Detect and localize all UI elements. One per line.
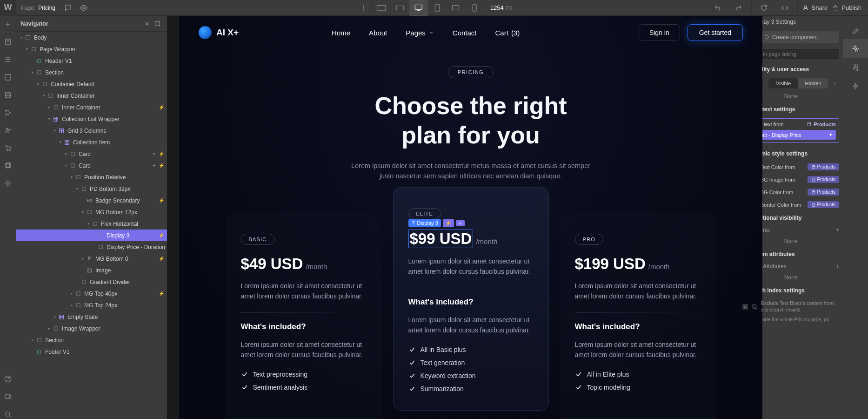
pages-icon[interactable]: [3, 37, 13, 47]
hidden-button[interactable]: Hidden: [798, 78, 828, 88]
tree-item[interactable]: Header V1: [16, 55, 167, 67]
twisty-icon[interactable]: ▾: [24, 47, 30, 51]
twisty-icon[interactable]: ▸: [69, 291, 74, 296]
twisty-icon[interactable]: ▾: [30, 70, 35, 74]
comments-icon[interactable]: [60, 0, 76, 16]
tree-item[interactable]: ▾Body: [16, 32, 167, 43]
redo-icon[interactable]: [731, 0, 747, 16]
tree-item[interactable]: ▾Flex Horizontal: [16, 218, 167, 230]
tree-item[interactable]: ▾Collection Item: [16, 136, 167, 148]
twisty-icon[interactable]: ▾: [41, 94, 47, 98]
tree-item[interactable]: ▾Card✦⚡: [16, 160, 167, 171]
settings-icon[interactable]: [3, 179, 13, 188]
interactions-tab[interactable]: [843, 76, 868, 95]
twisty-icon[interactable]: ▸: [63, 152, 69, 156]
style-tab[interactable]: [843, 20, 868, 39]
binding-badge-icon[interactable]: ⚡: [443, 219, 454, 227]
tree-item[interactable]: Image: [16, 264, 167, 276]
tree-item[interactable]: ▾Container Default: [16, 78, 167, 90]
refresh-icon[interactable]: [756, 0, 772, 16]
twisty-icon[interactable]: ▾: [63, 163, 69, 168]
add-visibility-button[interactable]: +: [831, 80, 839, 87]
tree-item[interactable]: Gradient Divider: [16, 276, 167, 288]
navigator-tree[interactable]: ▾Body▾Page WrapperHeader V1▾Section▾Cont…: [16, 32, 167, 419]
twisty-icon[interactable]: ▸: [52, 315, 58, 319]
tree-item[interactable]: Footer V1: [16, 346, 167, 358]
tree-item[interactable]: ▸PMG Bottom 0⚡: [16, 253, 167, 264]
tree-item[interactable]: Display 3⚡: [16, 230, 167, 241]
signin-button[interactable]: Sign in: [639, 24, 680, 41]
settings-badge-icon[interactable]: [456, 220, 465, 226]
webflow-logo[interactable]: W: [0, 0, 16, 16]
breakpoint-xl-button[interactable]: [372, 0, 391, 16]
nav-home[interactable]: Home: [332, 29, 350, 37]
brand[interactable]: AI X+: [199, 26, 239, 39]
tree-item[interactable]: ▾PD Bottom 32px: [16, 183, 167, 195]
close-icon[interactable]: [142, 16, 152, 32]
twisty-icon[interactable]: ▾: [69, 175, 74, 179]
breakpoint-desktop-button[interactable]: [409, 0, 428, 16]
plan-price[interactable]: $99 USD: [408, 230, 474, 248]
products-pill[interactable]: Products: [808, 201, 839, 208]
more-icon[interactable]: [356, 0, 372, 16]
tree-item[interactable]: ▾Position Relative: [16, 171, 167, 183]
pin-icon[interactable]: [152, 16, 162, 32]
canvas-frame[interactable]: AI X+ Home About Pages Contact Cart (3): [179, 16, 762, 419]
tree-item[interactable]: Display Price - Duration: [16, 241, 167, 253]
undo-icon[interactable]: [710, 0, 726, 16]
getstarted-button[interactable]: Get started: [688, 24, 743, 41]
tree-item[interactable]: ▾Grid 3 Columns: [16, 125, 167, 136]
cms-icon[interactable]: [3, 90, 13, 100]
add-condition-button[interactable]: +: [836, 227, 839, 233]
publish-button[interactable]: Publish: [832, 4, 861, 11]
twisty-icon[interactable]: ▸: [47, 326, 52, 331]
twisty-icon[interactable]: ▸: [30, 338, 35, 342]
style-manager-tab[interactable]: [843, 58, 868, 76]
twisty-icon[interactable]: ▾: [35, 82, 41, 86]
tree-item[interactable]: ▸Section: [16, 334, 167, 346]
breakpoint-landscape-button[interactable]: [447, 0, 465, 16]
tree-item[interactable]: ▸Inner Container⚡: [16, 101, 167, 113]
twisty-icon[interactable]: ▾: [58, 140, 63, 144]
id-input[interactable]: [751, 49, 839, 59]
tree-item[interactable]: ▸Card✦⚡: [16, 148, 167, 160]
tree-item[interactable]: ▸Image Wrapper: [16, 323, 167, 334]
twisty-icon[interactable]: ▾: [74, 187, 80, 191]
nav-contact[interactable]: Contact: [453, 29, 477, 37]
tree-item[interactable]: H3Badge Secondary⚡: [16, 195, 167, 206]
tree-item[interactable]: ▾Inner Container: [16, 90, 167, 101]
logic-icon[interactable]: [3, 108, 13, 117]
tree-item[interactable]: ▾MG Bottom 12px: [16, 206, 167, 218]
products-pill[interactable]: Products: [808, 189, 839, 196]
breakpoint-mobile-button[interactable]: [465, 0, 484, 16]
page-dropdown[interactable]: Pricing: [38, 5, 55, 11]
preview-icon[interactable]: [76, 0, 92, 16]
breakpoint-lg-button[interactable]: [391, 0, 409, 16]
code-icon[interactable]: [777, 0, 793, 16]
search-icon[interactable]: [3, 410, 13, 419]
assets-icon[interactable]: [3, 161, 13, 170]
tree-item[interactable]: ▾Page Wrapper: [16, 43, 167, 55]
nav-cart[interactable]: Cart (3): [495, 29, 520, 37]
visible-button[interactable]: Visible: [768, 78, 798, 88]
nav-about[interactable]: About: [369, 29, 387, 37]
tree-item[interactable]: ▾Collection List Wrapper: [16, 113, 167, 125]
twisty-icon[interactable]: ▾: [19, 35, 24, 40]
help-icon[interactable]: [3, 374, 13, 384]
element-settings-tab[interactable]: [843, 39, 868, 58]
twisty-icon[interactable]: ▾: [47, 117, 52, 121]
tree-item[interactable]: ▸Empty State: [16, 311, 167, 323]
users-icon[interactable]: [3, 126, 13, 135]
nav-pages[interactable]: Pages: [406, 29, 434, 37]
twisty-icon[interactable]: ▾: [52, 128, 58, 133]
navigator-icon[interactable]: [3, 55, 13, 64]
components-icon[interactable]: [3, 73, 13, 82]
add-icon[interactable]: [3, 20, 13, 29]
tree-item[interactable]: ▸MG Top 24px: [16, 299, 167, 311]
tree-item[interactable]: ▸MG Top 40px⚡: [16, 288, 167, 299]
twisty-icon[interactable]: ▾: [80, 210, 86, 214]
twisty-icon[interactable]: ▸: [80, 257, 86, 261]
twisty-icon[interactable]: ▸: [69, 303, 74, 307]
ecommerce-icon[interactable]: [3, 143, 13, 153]
video-icon[interactable]: [3, 392, 13, 401]
